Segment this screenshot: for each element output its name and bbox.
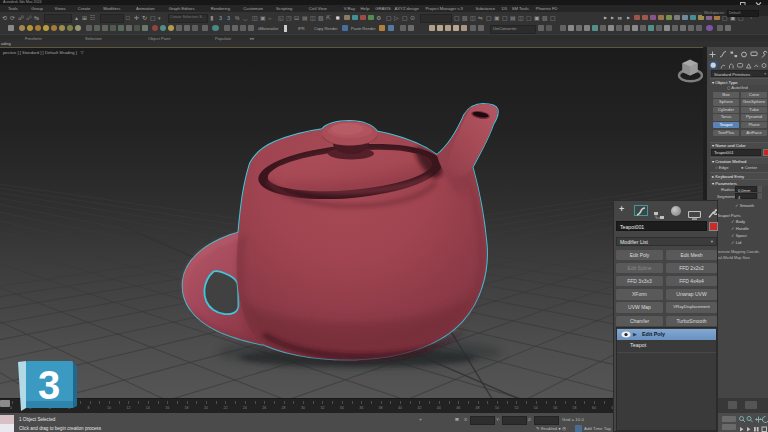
svg-text:3: 3: [38, 363, 60, 407]
